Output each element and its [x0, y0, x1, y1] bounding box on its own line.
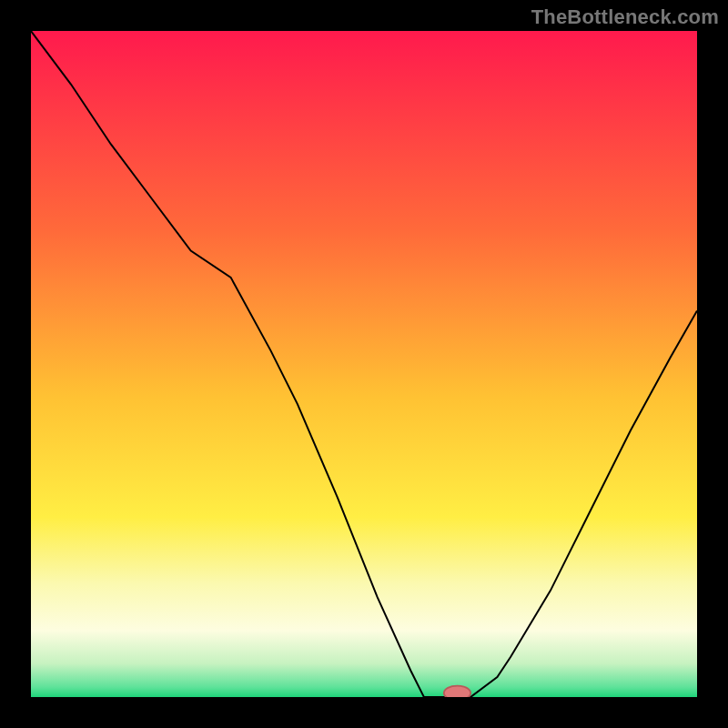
plot-area — [31, 31, 697, 697]
optimal-point-marker — [444, 686, 470, 697]
chart-frame: TheBottleneck.com — [0, 0, 728, 728]
bottleneck-chart — [31, 31, 697, 697]
watermark-text: TheBottleneck.com — [531, 5, 719, 29]
gradient-background — [31, 31, 697, 697]
